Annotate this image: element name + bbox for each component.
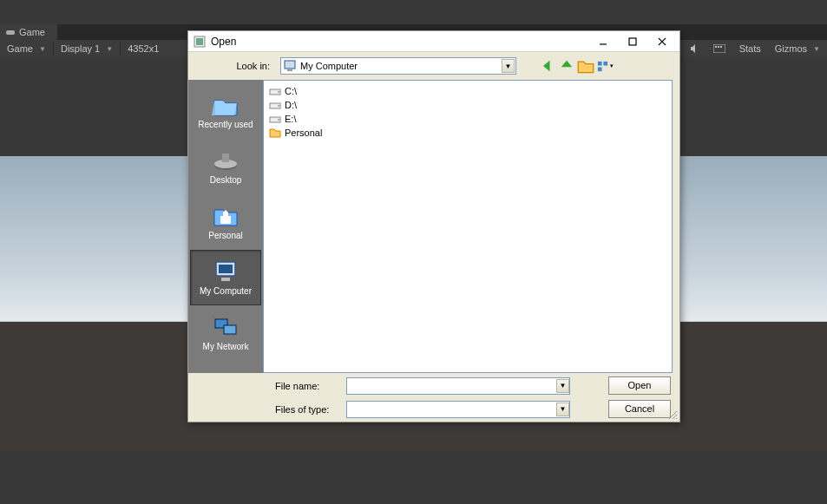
sidebar-item-label: Personal — [208, 231, 242, 240]
svg-rect-12 — [287, 69, 292, 71]
chevron-down-icon[interactable]: ▼ — [556, 403, 569, 416]
file-name: C:\ — [285, 86, 297, 96]
file-name: Personal — [285, 128, 322, 138]
desktop-icon — [212, 148, 240, 173]
close-button[interactable] — [655, 35, 669, 49]
filename-input[interactable]: ▼ — [346, 377, 570, 395]
open-file-dialog: Open Look in: My Computer ▼ ▾ Recently u… — [187, 30, 680, 422]
resize-grip[interactable] — [667, 409, 678, 420]
svg-rect-20 — [219, 265, 233, 273]
svg-rect-0 — [6, 30, 15, 35]
up-button[interactable] — [558, 57, 575, 75]
list-item[interactable]: C:\ — [267, 84, 668, 98]
chevron-down-icon[interactable]: ▼ — [502, 59, 515, 73]
sidebar-item-computer[interactable]: My Computer — [190, 250, 261, 305]
display-dropdown[interactable]: Display 1 ▼ — [54, 43, 120, 54]
drive-icon — [269, 113, 281, 125]
list-item[interactable]: D:\ — [267, 98, 668, 112]
dialog-title: Open — [211, 36, 596, 48]
sidebar-item-label: Recently used — [198, 120, 253, 129]
maximize-button[interactable] — [626, 35, 640, 49]
computer-icon — [212, 259, 240, 284]
chevron-down-icon: ▼ — [813, 45, 820, 53]
lookin-row: Look in: My Computer ▼ ▾ — [188, 52, 679, 80]
filetype-label: Files of type: — [275, 404, 338, 415]
chevron-down-icon[interactable]: ▼ — [556, 379, 569, 393]
sidebar-item-desktop[interactable]: Desktop — [190, 139, 261, 194]
svg-point-29 — [278, 119, 279, 121]
svg-rect-21 — [221, 278, 230, 281]
minimize-button[interactable] — [596, 35, 610, 49]
gizmos-dropdown[interactable]: Gizmos ▼ — [768, 43, 827, 54]
new-folder-button[interactable] — [577, 57, 594, 75]
open-button[interactable]: Open — [608, 376, 671, 395]
svg-rect-15 — [598, 67, 602, 71]
svg-rect-4 — [720, 46, 722, 48]
tab-label: Game — [19, 27, 45, 37]
svg-point-27 — [278, 105, 279, 107]
back-button[interactable] — [539, 57, 556, 75]
svg-line-30 — [669, 411, 677, 419]
list-item[interactable]: Personal — [267, 126, 668, 140]
lookin-combo[interactable]: My Computer ▼ — [280, 57, 516, 75]
filename-label: File name: — [275, 381, 338, 391]
svg-rect-13 — [598, 61, 602, 65]
sidebar-item-label: Desktop — [210, 175, 242, 185]
lookin-label: Look in: — [197, 61, 275, 71]
stats-button[interactable]: Stats — [732, 43, 768, 54]
svg-rect-14 — [603, 61, 607, 65]
svg-rect-8 — [629, 38, 636, 45]
network-icon — [212, 315, 240, 339]
sidebar-item-recent[interactable]: Recently used — [190, 83, 261, 139]
resolution-dropdown[interactable]: 4352x1 — [121, 43, 166, 54]
chevron-down-icon: ▼ — [39, 45, 46, 53]
keyboard-icon[interactable] — [706, 44, 732, 53]
dialog-titlebar[interactable]: Open — [188, 31, 679, 52]
computer-icon — [283, 60, 297, 72]
svg-rect-3 — [718, 46, 719, 48]
lookin-value: My Computer — [300, 61, 502, 71]
svg-rect-23 — [224, 325, 236, 334]
sidebar-item-personal[interactable]: Personal — [190, 194, 261, 250]
svg-point-25 — [278, 91, 279, 93]
svg-rect-18 — [222, 154, 229, 162]
dialog-icon — [194, 36, 206, 48]
chevron-down-icon: ▼ — [106, 45, 113, 53]
svg-rect-1 — [713, 44, 725, 53]
game-controller-icon — [5, 28, 16, 36]
svg-rect-2 — [715, 46, 717, 48]
drive-icon — [269, 99, 281, 111]
sidebar-item-label: My Computer — [200, 286, 252, 296]
places-sidebar: Recently usedDesktopPersonalMy ComputerM… — [188, 80, 263, 373]
folder-icon — [269, 127, 281, 139]
tab-game[interactable]: Game — [0, 24, 57, 40]
recent-icon — [212, 93, 240, 117]
filetype-combo[interactable]: ▼ — [346, 401, 570, 418]
file-name: D:\ — [285, 100, 297, 110]
personal-icon — [212, 204, 240, 228]
sidebar-item-label: My Network — [203, 342, 249, 351]
list-item[interactable]: E:\ — [267, 112, 668, 126]
svg-line-32 — [676, 418, 677, 419]
game-dropdown[interactable]: Game ▼ — [0, 43, 53, 54]
view-menu-button[interactable]: ▾ — [596, 57, 614, 75]
svg-rect-6 — [196, 38, 203, 45]
drive-icon — [269, 85, 281, 97]
cancel-button[interactable]: Cancel — [608, 400, 671, 418]
file-name: E:\ — [285, 114, 296, 124]
svg-rect-11 — [285, 61, 295, 69]
sidebar-item-network[interactable]: My Network — [190, 305, 261, 361]
file-list[interactable]: C:\D:\E:\Personal — [263, 80, 673, 373]
audio-icon[interactable] — [682, 43, 706, 54]
